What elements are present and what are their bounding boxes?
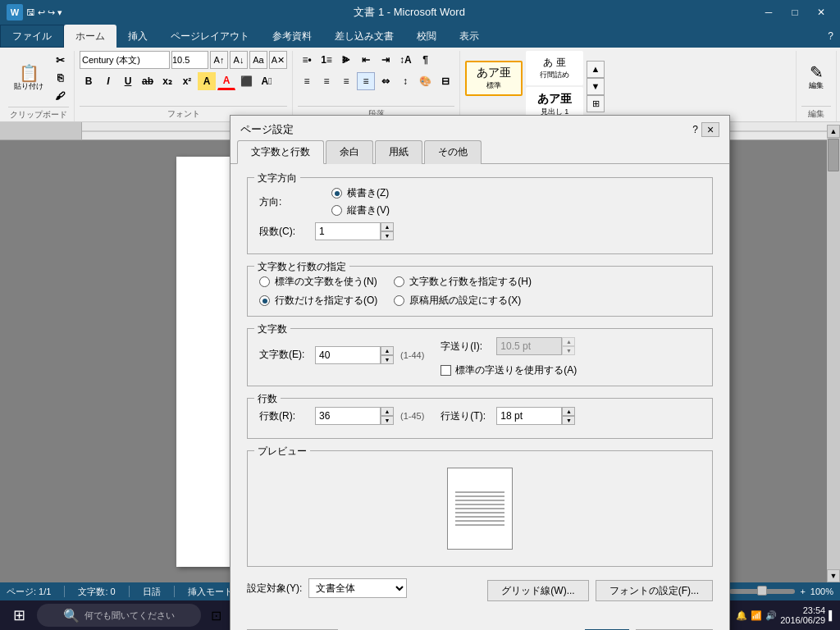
- bold-button[interactable]: B: [80, 72, 98, 90]
- target-row: 設定対象(Y): 文書全体 これ以降 グリッド線(W)... フォントの設定(F…: [247, 578, 713, 603]
- lines-pitch-input[interactable]: [496, 407, 562, 425]
- lines-count-up[interactable]: ▲: [381, 407, 394, 416]
- grow-font-button[interactable]: A↑: [210, 51, 228, 69]
- scroll-down-button[interactable]: ▼: [827, 569, 840, 582]
- font-name-input[interactable]: [80, 51, 170, 69]
- edit-button[interactable]: ✎ 編集: [801, 61, 831, 94]
- columns-input[interactable]: [315, 222, 381, 240]
- columns-up-button[interactable]: ▲: [381, 222, 394, 231]
- dialog-content: 文字方向 方向: 横書き(Z) 縦書き(V) 段数(C):: [231, 164, 729, 623]
- align-center-button[interactable]: ≡: [317, 72, 336, 90]
- chars-count-input[interactable]: [315, 346, 381, 364]
- spec-lines-only-radio[interactable]: 行数だけを指定する(O): [259, 294, 377, 308]
- style-normal[interactable]: あア亜 標準: [465, 61, 523, 96]
- sort-button[interactable]: ↕A: [396, 51, 415, 69]
- bullets-button[interactable]: ≡•: [298, 51, 316, 69]
- styles-scroll-up[interactable]: ▲: [587, 61, 605, 78]
- paste-button[interactable]: 📋 貼り付け: [8, 51, 49, 105]
- standard-pitch-checkbox[interactable]: [441, 365, 451, 376]
- numbering-button[interactable]: 1≡: [317, 51, 336, 69]
- tab-view[interactable]: 表示: [448, 25, 491, 48]
- border-button[interactable]: ⊟: [436, 72, 454, 90]
- show-hide-button[interactable]: ¶: [417, 51, 435, 69]
- font-size-input[interactable]: [171, 51, 208, 69]
- increase-indent-button[interactable]: ⇥: [377, 51, 395, 69]
- underline-button[interactable]: U: [119, 72, 137, 90]
- cut-button[interactable]: ✂: [51, 51, 69, 69]
- char-border-button[interactable]: A⃞: [258, 72, 276, 90]
- tab-page-layout[interactable]: ページレイアウト: [159, 25, 261, 48]
- chars-count-up[interactable]: ▲: [381, 346, 394, 355]
- decrease-indent-button[interactable]: ⇤: [357, 51, 375, 69]
- notification-icon[interactable]: 🔔: [736, 610, 747, 621]
- scroll-thumb[interactable]: [828, 139, 839, 171]
- standard-pitch-checkbox-item[interactable]: 標準の字送りを使用する(A): [441, 363, 577, 377]
- spec-both-radio[interactable]: 文字数と行数を指定する(H): [394, 275, 532, 289]
- volume-icon[interactable]: 🔊: [765, 610, 777, 621]
- minimize-button[interactable]: ─: [756, 3, 781, 21]
- columns-down-button[interactable]: ▼: [381, 231, 394, 240]
- show-desktop-button[interactable]: ▌: [829, 610, 835, 620]
- font-color-button[interactable]: A: [217, 72, 235, 90]
- task-view-button[interactable]: ⊡: [204, 604, 227, 627]
- tab-paper[interactable]: 用紙: [375, 140, 422, 164]
- network-icon[interactable]: 📶: [751, 610, 762, 621]
- strikethrough-button[interactable]: ab: [139, 72, 157, 90]
- styles-more-button[interactable]: ⊞: [587, 95, 605, 112]
- styles-scroll-down[interactable]: ▼: [587, 78, 605, 95]
- tab-home[interactable]: ホーム: [64, 25, 116, 48]
- line-spacing-button[interactable]: ↕: [396, 72, 414, 90]
- maximize-button[interactable]: □: [783, 3, 807, 21]
- preview-line-2: [455, 495, 504, 497]
- dialog-close-button[interactable]: ×: [701, 122, 719, 137]
- tab-review[interactable]: 校閲: [405, 25, 448, 48]
- tab-file[interactable]: ファイル: [0, 25, 64, 48]
- text-highlight-button[interactable]: A: [198, 72, 216, 90]
- shading-button[interactable]: 🎨: [416, 72, 435, 90]
- tab-references[interactable]: 参考資料: [261, 25, 323, 48]
- preview-line-3: [455, 500, 504, 501]
- dialog-help-icon[interactable]: ?: [692, 124, 698, 135]
- align-right-button[interactable]: ≡: [337, 72, 355, 90]
- spec-manuscript-radio[interactable]: 原稿用紙の設定にする(X): [394, 294, 532, 308]
- change-case-button[interactable]: Aa: [249, 51, 267, 69]
- style-no-spacing[interactable]: あ 亜 行間詰め: [526, 51, 583, 85]
- tab-mailings[interactable]: 差し込み文書: [323, 25, 405, 48]
- align-left-button[interactable]: ≡: [298, 72, 316, 90]
- lines-pitch-up[interactable]: ▲: [562, 407, 575, 416]
- format-painter-button[interactable]: 🖌: [51, 87, 69, 105]
- subscript-button[interactable]: x₂: [158, 72, 176, 90]
- justify-button[interactable]: ≡: [357, 72, 375, 90]
- superscript-button[interactable]: x²: [178, 72, 196, 90]
- tab-other[interactable]: その他: [424, 140, 482, 164]
- target-select[interactable]: 文書全体 これ以降: [308, 578, 407, 598]
- tab-chars-lines[interactable]: 文字数と行数: [237, 140, 324, 164]
- lines-count-input[interactable]: [315, 407, 381, 425]
- justify-dist-button[interactable]: ⇔: [377, 72, 395, 90]
- spec-standard-radio[interactable]: 標準の文字数を使う(N): [259, 275, 377, 289]
- grid-lines-button[interactable]: グリッド線(W)...: [487, 580, 588, 601]
- tab-margins[interactable]: 余白: [326, 140, 373, 164]
- zoom-thumb[interactable]: [757, 586, 767, 596]
- tab-insert[interactable]: 挿入: [116, 25, 159, 48]
- horizontal-radio[interactable]: 横書き(Z): [331, 186, 390, 200]
- clear-format-button[interactable]: A✕: [269, 51, 287, 69]
- shrink-font-button[interactable]: A↓: [230, 51, 248, 69]
- scroll-up-button[interactable]: ▲: [827, 125, 840, 138]
- font-settings-button[interactable]: フォントの設定(F)...: [596, 580, 713, 601]
- help-icon[interactable]: ?: [828, 30, 833, 42]
- multilevel-button[interactable]: ⫸: [337, 51, 355, 69]
- search-bar[interactable]: 🔍 何でも聞いてください: [37, 604, 201, 627]
- chars-count-down[interactable]: ▼: [381, 355, 394, 364]
- lines-count-down[interactable]: ▼: [381, 416, 394, 425]
- start-button[interactable]: ⊞: [5, 604, 34, 627]
- copy-button[interactable]: ⎘: [51, 69, 69, 87]
- vertical-scrollbar[interactable]: ▲ ▼: [827, 125, 840, 582]
- italic-button[interactable]: I: [99, 72, 117, 90]
- zoom-in-button[interactable]: +: [800, 587, 805, 596]
- vertical-radio[interactable]: 縦書き(V): [331, 203, 390, 217]
- zoom-slider[interactable]: [729, 589, 795, 594]
- lines-pitch-down[interactable]: ▼: [562, 416, 575, 425]
- close-button[interactable]: ✕: [809, 3, 833, 21]
- char-shading-button[interactable]: ⬛: [237, 72, 256, 90]
